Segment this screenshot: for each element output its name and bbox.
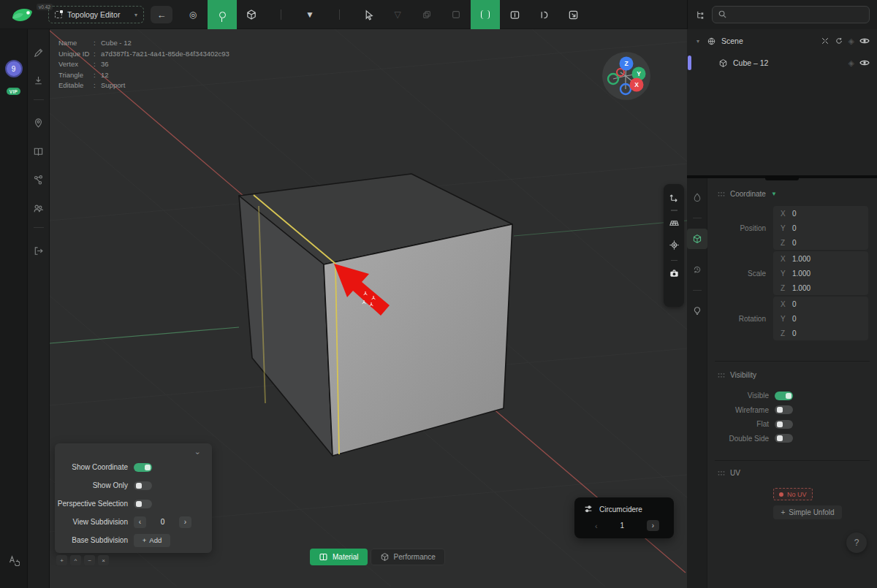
back-arrow-icon: ← xyxy=(157,9,167,20)
uv-header[interactable]: UV xyxy=(707,469,877,477)
scrollbar[interactable] xyxy=(765,176,799,180)
orientation-gizmo[interactable]: Z Y X xyxy=(602,52,650,100)
mesh-mode-button[interactable] xyxy=(237,0,266,29)
edge-mode-button[interactable] xyxy=(208,0,237,29)
people-icon[interactable] xyxy=(29,198,49,218)
topbar-right xyxy=(687,0,877,29)
help-button[interactable]: ? xyxy=(846,532,867,553)
double-side-toggle[interactable] xyxy=(775,434,793,443)
performance-cube-icon xyxy=(380,552,390,562)
rotation-y-field[interactable]: Y0 xyxy=(773,311,868,326)
position-z-field[interactable]: Z0 xyxy=(773,235,868,250)
wireframe-toggle[interactable] xyxy=(775,405,793,414)
mini-collapse-button[interactable]: ^ xyxy=(70,555,81,565)
filter-tool-button[interactable]: ▽ xyxy=(383,0,412,29)
locate-target-icon[interactable] xyxy=(665,237,683,254)
visibility-header[interactable]: Visibility xyxy=(707,371,877,379)
rotation-z-field[interactable]: Z0 xyxy=(773,326,868,340)
y-axis-line-far xyxy=(514,221,687,236)
scale-x-field[interactable]: X1.000 xyxy=(773,251,868,266)
eye-visibility-icon[interactable] xyxy=(859,37,870,45)
logout-icon[interactable] xyxy=(29,240,49,261)
wireframe-row: Wireframe xyxy=(707,403,877,418)
viewport-3d[interactable]: Z Y X Name:Cube - 12 Unique ID:a7d387f1-… xyxy=(50,29,687,588)
vertex-mode-button[interactable]: ◎ xyxy=(178,0,208,29)
add-subdivision-button[interactable]: + Add xyxy=(134,534,170,547)
brackets-tool-button[interactable] xyxy=(471,0,500,29)
circumcidere-title: Circumcidere xyxy=(599,505,642,513)
coordinate-header[interactable]: Coordinate ▼ xyxy=(707,190,877,198)
book-icon[interactable] xyxy=(29,141,49,161)
sliders-icon xyxy=(583,504,593,514)
view-subdivision-row: View Subdivision ‹ 0 › xyxy=(55,513,212,531)
collapse-all-icon[interactable] xyxy=(821,37,829,45)
rotation-x-field[interactable]: X0 xyxy=(773,297,868,311)
chevron-down-icon: ▾ xyxy=(134,12,137,18)
frame-tool-button[interactable] xyxy=(441,0,471,29)
dropdown-triangle-icon[interactable]: ▼ xyxy=(771,191,777,197)
circumcidere-value: 1 xyxy=(598,522,647,530)
drag-handle-icon xyxy=(718,191,725,197)
mode-dropdown-label: Topology Editor xyxy=(67,10,120,19)
diamond-icon[interactable]: ◈ xyxy=(848,37,854,46)
copy-icon xyxy=(422,9,432,20)
mini-close-button[interactable]: × xyxy=(98,555,109,565)
download-icon[interactable] xyxy=(29,70,49,91)
show-coordinate-toggle[interactable] xyxy=(134,463,152,472)
viewport-side-toolbar xyxy=(664,184,684,307)
chevron-down-icon[interactable]: ▾ xyxy=(694,38,702,45)
select-tool-button[interactable] xyxy=(354,0,383,29)
scale-z-field[interactable]: Z1.000 xyxy=(773,280,868,295)
tab-performance[interactable]: Performance xyxy=(371,549,445,565)
visible-toggle[interactable] xyxy=(775,392,793,400)
position-group: Position X0 Y0 Z0 xyxy=(773,206,868,250)
mini-add-button[interactable]: + xyxy=(56,555,67,565)
subdivision-increment-button[interactable]: › xyxy=(179,516,191,528)
search-input[interactable] xyxy=(712,6,870,23)
refresh-icon[interactable] xyxy=(835,37,843,45)
show-only-toggle[interactable] xyxy=(134,481,152,490)
properties-panel: Coordinate ▼ Position X0 Y0 Z0 Scale X1.… xyxy=(687,178,877,588)
triangle-icon: ▼ xyxy=(305,9,314,20)
position-x-field[interactable]: X0 xyxy=(773,206,868,221)
collapse-chevron-icon[interactable]: › xyxy=(194,452,202,454)
camera-icon[interactable] xyxy=(665,264,683,282)
split-view-button[interactable] xyxy=(500,0,529,29)
bracket-curve-button[interactable] xyxy=(529,0,558,29)
export-view-button[interactable] xyxy=(558,0,588,29)
copy-tool-button[interactable] xyxy=(412,0,441,29)
scene-root-row[interactable]: ▾ Scene ◈ xyxy=(687,32,877,50)
scale-group: Scale X1.000 Y1.000 Z1.000 xyxy=(773,251,868,295)
pin-handle-icon xyxy=(219,12,226,18)
scale-y-field[interactable]: Y1.000 xyxy=(773,266,868,280)
info-row: Name:Cube - 12 xyxy=(58,38,229,49)
avatar[interactable]: 9 xyxy=(5,60,23,77)
subdivision-decrement-button[interactable]: ‹ xyxy=(134,516,146,528)
flat-toggle[interactable] xyxy=(775,420,793,429)
circumcidere-increment[interactable]: › xyxy=(647,520,659,531)
position-y-field[interactable]: Y0 xyxy=(773,221,868,235)
hierarchy-icon[interactable] xyxy=(695,9,706,20)
material-drop-icon[interactable] xyxy=(687,187,707,207)
perspective-selection-toggle[interactable] xyxy=(134,500,152,508)
scene-item-cube[interactable]: Cube – 12 ◈ xyxy=(687,54,877,72)
translate-icon[interactable] xyxy=(8,554,20,566)
mini-wave-button[interactable]: ~ xyxy=(84,555,95,565)
move-axis-icon[interactable] xyxy=(665,188,683,206)
mode-dropdown[interactable]: Topology Editor ▾ xyxy=(48,6,144,23)
flat-row: Flat xyxy=(707,417,877,432)
location-pin-icon[interactable] xyxy=(29,112,49,133)
scene-tree: ▾ Scene ◈ xyxy=(687,32,877,175)
tab-material[interactable]: Material xyxy=(310,549,368,565)
pen-tool-icon[interactable] xyxy=(29,42,49,63)
diamond-icon[interactable]: ◈ xyxy=(848,58,854,68)
app-logo-icon[interactable] xyxy=(10,4,35,25)
eye-visibility-icon[interactable] xyxy=(859,59,870,66)
face-mode-button[interactable]: ▼ xyxy=(295,0,324,29)
tools-rail xyxy=(28,29,50,588)
node-graph-icon[interactable] xyxy=(29,169,49,190)
gizmo-y-label: Y xyxy=(637,70,641,77)
simple-unfold-button[interactable]: + Simple Unfold xyxy=(773,505,842,519)
grid-plane-icon[interactable] xyxy=(665,215,683,232)
back-button[interactable]: ← xyxy=(151,6,172,23)
